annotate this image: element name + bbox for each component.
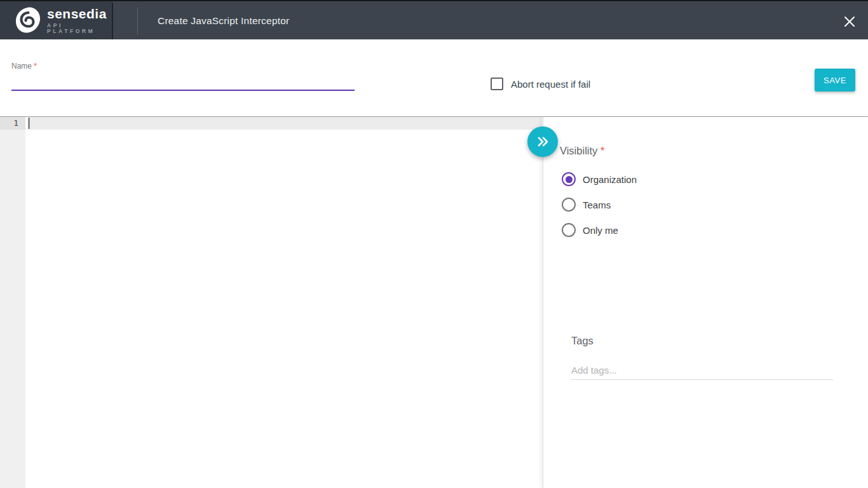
abort-request-checkbox[interactable] (491, 78, 503, 90)
topbar-divider (137, 8, 138, 34)
radio-label: Teams (583, 200, 611, 210)
required-asterisk: * (600, 145, 604, 156)
abort-request-checkbox-row[interactable]: Abort request if fail (491, 77, 590, 91)
editor-active-line (30, 117, 542, 130)
collapse-panel-button[interactable] (527, 126, 558, 157)
visibility-label-text: Visibility (560, 145, 597, 156)
tags-input[interactable] (571, 361, 833, 380)
double-chevron-right-icon (536, 136, 550, 147)
radio-dot (566, 227, 573, 234)
radio-only-me[interactable]: Only me (562, 222, 618, 238)
name-label-text: Name (11, 62, 32, 71)
radio-teams[interactable]: Teams (562, 197, 611, 212)
radio-label: Only me (583, 225, 618, 236)
close-button[interactable] (841, 13, 858, 30)
page-title: Create JavaScript Interceptor (158, 1, 289, 41)
line-number: 1 (0, 117, 25, 130)
radio-circle (562, 223, 576, 237)
brand-name: sensedia (47, 7, 112, 20)
sensedia-logo-icon (15, 7, 41, 34)
brand-text: sensedia API PLATFORM (47, 7, 112, 34)
form-bar: Name * Abort request if fail SAVE (0, 39, 868, 117)
radio-dot (566, 201, 573, 208)
editor-caret (28, 118, 30, 129)
abort-request-checkbox-label: Abort request if fail (511, 79, 590, 90)
name-input[interactable] (11, 72, 355, 91)
radio-circle (562, 198, 576, 212)
tags-label: Tags (571, 335, 593, 347)
name-field-label: Name * (11, 62, 37, 71)
sensedia-logo: sensedia API PLATFORM (0, 1, 112, 39)
radio-dot (566, 176, 573, 183)
settings-panel: Visibility * Organization Teams Only me … (543, 117, 868, 488)
save-button[interactable]: SAVE (815, 69, 855, 92)
top-bar: sensedia API PLATFORM Create JavaScript … (0, 0, 868, 39)
radio-organization[interactable]: Organization (562, 172, 637, 187)
radio-label: Organization (583, 174, 637, 185)
code-editor[interactable]: 1 (0, 117, 543, 488)
visibility-label: Visibility * (560, 145, 604, 157)
close-icon (843, 15, 856, 28)
brand-tagline: API PLATFORM (47, 23, 112, 34)
required-asterisk: * (34, 62, 37, 71)
radio-circle (562, 172, 576, 186)
editor-gutter: 1 (0, 117, 25, 488)
